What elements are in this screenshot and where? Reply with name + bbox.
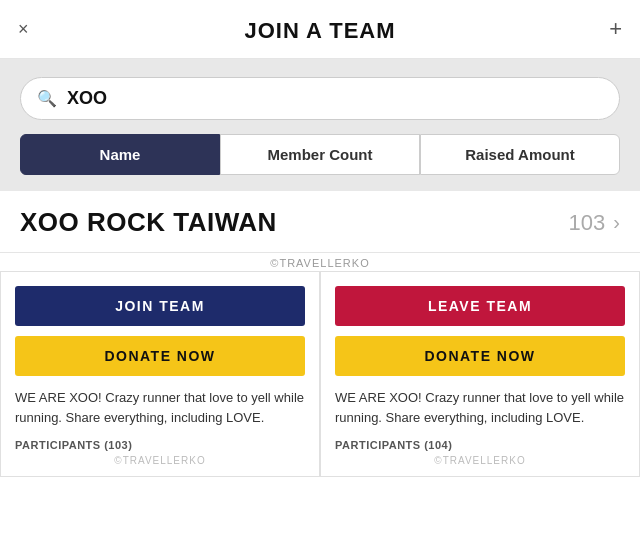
close-button[interactable]: × (18, 20, 29, 38)
add-button[interactable]: + (609, 18, 622, 40)
search-bar: 🔍 (20, 77, 620, 120)
card-right: LEAVE TEAM DONATE NOW WE ARE XOO! Crazy … (320, 271, 640, 477)
cards-row: JOIN TEAM DONATE NOW WE ARE XOO! Crazy r… (0, 271, 640, 477)
modal-header: × JOIN A TEAM + (0, 0, 640, 59)
card-left-description: WE ARE XOO! Crazy runner that love to ye… (15, 388, 305, 427)
modal-container: × JOIN A TEAM + 🔍 Name Member Count Rais… (0, 0, 640, 560)
search-section: 🔍 (0, 59, 640, 134)
card-left-participants: PARTICIPANTS (103) (15, 439, 305, 451)
team-count-area: 103 › (569, 210, 620, 236)
team-name: XOO ROCK TAIWAN (20, 207, 277, 238)
watermark-right: ©TRAVELLERKO (335, 451, 625, 466)
modal-title: JOIN A TEAM (244, 18, 395, 44)
chevron-right-icon: › (613, 211, 620, 234)
card-right-participants: PARTICIPANTS (104) (335, 439, 625, 451)
search-icon: 🔍 (37, 89, 57, 108)
watermark: ©TRAVELLERKO (0, 253, 640, 271)
tab-raised-amount[interactable]: Raised Amount (420, 134, 620, 175)
sort-tabs: Name Member Count Raised Amount (0, 134, 640, 191)
team-row[interactable]: XOO ROCK TAIWAN 103 › (0, 191, 640, 253)
search-input[interactable] (67, 88, 603, 109)
watermark-left: ©TRAVELLERKO (15, 451, 305, 466)
tab-member-count[interactable]: Member Count (220, 134, 420, 175)
card-left: JOIN TEAM DONATE NOW WE ARE XOO! Crazy r… (0, 271, 320, 477)
tab-name[interactable]: Name (20, 134, 220, 175)
donate-now-button-left[interactable]: DONATE NOW (15, 336, 305, 376)
team-count: 103 (569, 210, 606, 236)
card-right-description: WE ARE XOO! Crazy runner that love to ye… (335, 388, 625, 427)
donate-now-button-right[interactable]: DONATE NOW (335, 336, 625, 376)
join-team-button[interactable]: JOIN TEAM (15, 286, 305, 326)
leave-team-button[interactable]: LEAVE TEAM (335, 286, 625, 326)
